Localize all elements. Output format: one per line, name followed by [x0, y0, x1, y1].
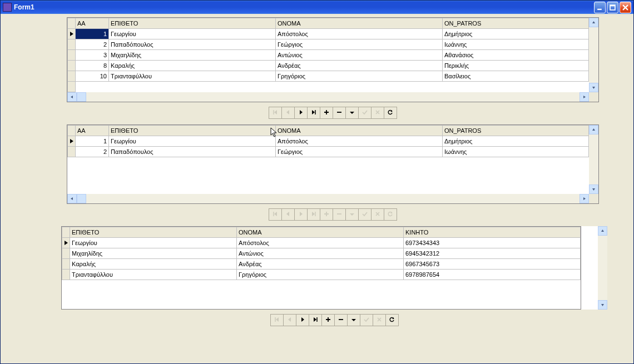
cell-kinito[interactable]: 6973434343 [404, 238, 581, 248]
cell-aa[interactable]: 8 [76, 61, 109, 71]
col-header-onpatros[interactable]: ON_PATROS [443, 126, 589, 136]
cell-epitheto[interactable]: Παπαδόπουλος [109, 39, 276, 50]
cell-onpatros[interactable]: Ιωάννης [443, 147, 589, 157]
cell-onpatros[interactable]: Περικλής [443, 61, 589, 71]
scroll-down-icon[interactable] [589, 83, 598, 92]
nav-delete-button[interactable] [334, 314, 348, 326]
dbgrid-3[interactable]: ΕΠΙΘΕΤΟ ΟΝΟΜΑ ΚΙΝΗΤΟ Γεωργίου Απόστολος … [61, 226, 607, 310]
nav-last-button[interactable] [307, 107, 320, 119]
dbgrid-1[interactable]: AA ΕΠΙΘΕΤΟ ΟΝΟΜΑ ON_PATROS 1 Γεωργίου Απ… [67, 17, 599, 102]
grid3-vscrollbar[interactable] [598, 226, 607, 310]
cell-epitheto[interactable]: Γεωργίου [109, 136, 276, 147]
cell-kinito[interactable]: 6967345673 [404, 259, 581, 270]
col-header-kinito[interactable]: ΚΙΝΗΤΟ [404, 227, 581, 238]
table-row[interactable]: 1 Γεωργίου Απόστολος Δημήτριος [68, 29, 589, 39]
cell-aa[interactable]: 2 [76, 39, 109, 50]
scroll-track[interactable] [589, 27, 598, 83]
cell-onpatros[interactable]: Βασίλειος [443, 71, 589, 82]
table-row[interactable]: Γεωργίου Απόστολος 6973434343 [62, 238, 581, 248]
cell-epitheto[interactable]: Καραλής [70, 259, 237, 270]
nav-refresh-button[interactable] [384, 107, 397, 119]
cell-epitheto[interactable]: Τριανταφύλλου [109, 71, 276, 82]
col-header-epitheto[interactable]: ΕΠΙΘΕΤΟ [109, 126, 276, 136]
scroll-up-icon[interactable] [598, 226, 607, 236]
scroll-right-icon[interactable] [579, 194, 589, 203]
cell-epitheto[interactable]: Μιχαηλίδης [70, 248, 237, 259]
table-row[interactable]: 3 Μιχαηλίδης Αντώνιος Αθανάσιος [68, 50, 589, 61]
table-row[interactable]: Καραλής Ανδρέας 6967345673 [62, 259, 581, 270]
cell-epitheto[interactable]: Γεωργίου [70, 238, 237, 248]
cell-onpatros[interactable]: Δημήτριος [443, 136, 589, 147]
cell-kinito[interactable]: 6945342312 [404, 248, 581, 259]
cell-onpatros[interactable]: Αθανάσιος [443, 50, 589, 61]
scroll-up-icon[interactable] [589, 18, 598, 27]
scroll-right-icon[interactable] [579, 92, 589, 102]
scroll-up-icon[interactable] [589, 125, 598, 134]
grid2-vscrollbar[interactable] [589, 125, 598, 194]
cell-onoma[interactable]: Αντώνιος [276, 50, 443, 61]
table-row[interactable]: 8 Καραλής Ανδρέας Περικλής [68, 61, 589, 71]
cell-onoma[interactable]: Ανδρέας [276, 61, 443, 71]
cell-kinito[interactable]: 6978987654 [404, 270, 581, 280]
cell-onpatros[interactable]: Δημήτριος [443, 29, 589, 39]
cell-aa[interactable]: 3 [76, 50, 109, 61]
grid1-vscrollbar[interactable] [589, 18, 598, 92]
cell-epitheto[interactable]: Μιχαηλίδης [109, 50, 276, 61]
nav-edit-button[interactable] [345, 107, 359, 119]
cell-onpatros[interactable]: Ιωάννης [443, 39, 589, 50]
nav-insert-button[interactable] [321, 314, 335, 326]
table-row[interactable]: 1 Γεωργίου Απόστολος Δημήτριος [68, 136, 589, 147]
nav-refresh-button[interactable] [385, 314, 399, 326]
cell-aa[interactable]: 10 [76, 71, 109, 82]
table-row[interactable]: 2 Παπαδόπουλος Γεώργιος Ιωάννης [68, 39, 589, 50]
cell-aa[interactable]: 2 [76, 147, 109, 157]
table-row[interactable]: 10 Τριανταφύλλου Γρηγόριος Βασίλειος [68, 71, 589, 82]
nav-edit-button[interactable] [347, 314, 360, 326]
minimize-button[interactable] [594, 2, 606, 13]
maximize-button[interactable] [607, 2, 618, 13]
cell-aa[interactable]: 1 [76, 29, 109, 39]
dbgrid-2[interactable]: AA ΕΠΙΘΕΤΟ ΟΝΟΜΑ ON_PATROS 1 Γεωργίου Απ… [67, 124, 599, 204]
cell-onoma[interactable]: Ανδρέας [237, 259, 404, 270]
cell-onoma[interactable]: Αντώνιος [237, 248, 404, 259]
scroll-thumb[interactable] [77, 194, 86, 203]
cell-onoma[interactable]: Απόστολος [237, 238, 404, 248]
cell-onoma[interactable]: Απόστολος [276, 29, 443, 39]
cell-epitheto[interactable]: Τριανταφύλλου [70, 270, 237, 280]
cell-onoma[interactable]: Απόστολος [276, 136, 443, 147]
col-header-onoma[interactable]: ΟΝΟΜΑ [276, 18, 443, 29]
nav-last-button[interactable] [309, 314, 322, 326]
scroll-down-icon[interactable] [598, 300, 607, 310]
col-header-epitheto[interactable]: ΕΠΙΘΕΤΟ [70, 227, 237, 238]
titlebar[interactable]: Form1 [1, 1, 633, 14]
grid1-hscrollbar[interactable] [67, 92, 598, 102]
col-header-onoma[interactable]: ΟΝΟΜΑ [237, 227, 404, 238]
table-row[interactable]: Τριανταφύλλου Γρηγόριος 6978987654 [62, 270, 581, 280]
cell-onoma[interactable]: Γεώργιος [276, 39, 443, 50]
col-header-epitheto[interactable]: ΕΠΙΘΕΤΟ [109, 18, 276, 29]
scroll-thumb[interactable] [77, 92, 86, 102]
col-header-aa[interactable]: AA [76, 18, 109, 29]
nav-insert-button[interactable] [320, 107, 333, 119]
cell-onoma[interactable]: Γρηγόριος [237, 270, 404, 280]
scroll-left-icon[interactable] [67, 194, 77, 203]
col-header-onoma[interactable]: ΟΝΟΜΑ [276, 126, 443, 136]
col-header-onpatros[interactable]: ON_PATROS [443, 18, 589, 29]
table-row[interactable]: Μιχαηλίδης Αντώνιος 6945342312 [62, 248, 581, 259]
cell-onoma[interactable]: Γρηγόριος [276, 71, 443, 82]
cell-onoma[interactable]: Γεώργιος [276, 147, 443, 157]
nav-delete-button[interactable] [333, 107, 346, 119]
scroll-track[interactable] [86, 194, 579, 203]
table-row[interactable]: 2 Παπαδόπουλος Γεώργιος Ιωάννης [68, 147, 589, 157]
scroll-track[interactable] [589, 134, 598, 185]
cell-epitheto[interactable]: Γεωργίου [109, 29, 276, 39]
scroll-down-icon[interactable] [589, 185, 598, 194]
close-button[interactable] [620, 2, 631, 13]
cell-epitheto[interactable]: Παπαδόπουλος [109, 147, 276, 157]
scroll-track[interactable] [598, 236, 607, 300]
scroll-left-icon[interactable] [67, 92, 77, 102]
grid2-hscrollbar[interactable] [67, 194, 598, 203]
nav-next-button[interactable] [296, 314, 309, 326]
nav-next-button[interactable] [294, 107, 308, 119]
cell-epitheto[interactable]: Καραλής [109, 61, 276, 71]
